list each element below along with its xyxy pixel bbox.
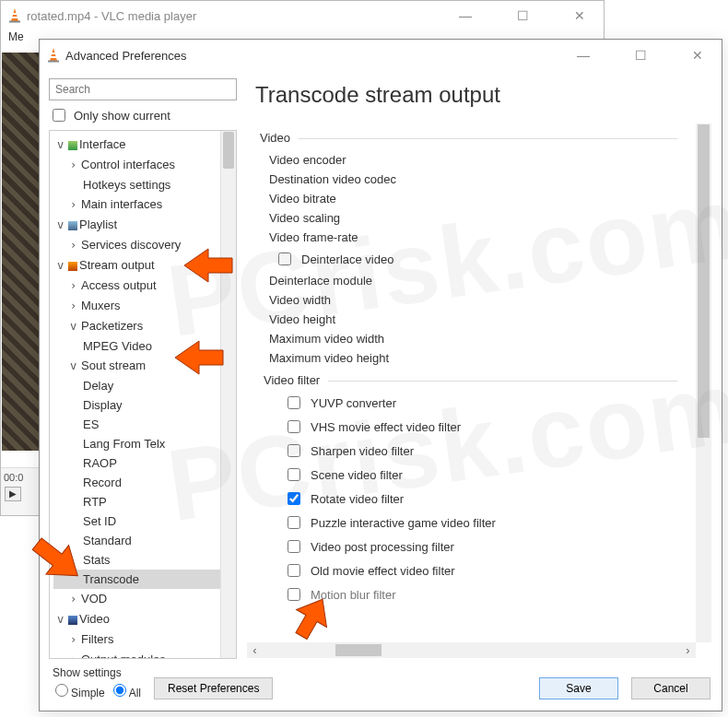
tree-item-delay[interactable]: Delay	[53, 376, 236, 395]
radio-all[interactable]: All	[109, 681, 141, 699]
tree-item-playlist[interactable]: vPlaylist	[53, 215, 236, 235]
filter-sharpen-checkbox[interactable]	[288, 444, 300, 457]
radio-simple[interactable]: Simple	[51, 681, 105, 699]
field-video-height: Video height	[260, 310, 677, 329]
tree-item-record[interactable]: Record	[53, 473, 236, 492]
tree-item-rtp[interactable]: RTP	[53, 492, 236, 511]
tree-item-output-modules[interactable]: ›Output modules	[53, 650, 236, 658]
tree-item-interface[interactable]: vInterface	[53, 135, 236, 155]
filter-rotate[interactable]: Rotate video filter	[260, 487, 677, 511]
filter-puzzle-checkbox[interactable]	[288, 516, 300, 529]
svg-rect-3	[9, 21, 20, 23]
filter-postproc-checkbox[interactable]	[288, 540, 300, 553]
radio-simple-input[interactable]	[55, 684, 68, 697]
filter-motionblur[interactable]: Motion blur filter	[260, 582, 677, 606]
prefs-maximize-button[interactable]: ☐	[624, 48, 657, 63]
tree-item-video[interactable]: vVideo	[53, 609, 236, 629]
prefs-left-panel: Only show current vInterface ›Control in…	[49, 78, 237, 659]
svg-rect-5	[51, 53, 56, 54]
right-vscrollbar[interactable]	[696, 123, 711, 642]
only-show-current-label: Only show current	[74, 109, 170, 123]
filter-rotate-checkbox[interactable]	[288, 492, 300, 505]
play-button[interactable]: ▶	[5, 487, 21, 501]
main-close-button[interactable]: ✕	[563, 8, 596, 23]
field-video-encoder: Video encoder	[260, 150, 677, 170]
main-titlebar: rotated.mp4 - VLC media player — ☐ ✕	[1, 1, 604, 30]
tree-item-lang-from-telx[interactable]: Lang From Telx	[53, 434, 236, 453]
vlc-cone-icon	[8, 8, 21, 23]
filter-vhs-checkbox[interactable]	[288, 420, 300, 433]
prefs-footer: Show settings Simple All Reset Preferenc…	[40, 659, 722, 711]
search-input[interactable]	[50, 79, 236, 100]
prefs-title: Advanced Preferences	[65, 49, 567, 63]
field-video-scaling: Video scaling	[260, 208, 677, 228]
tree-item-transcode[interactable]: Transcode	[53, 570, 236, 589]
tree-item-sout-stream[interactable]: vSout stream	[53, 356, 236, 376]
only-show-current-checkbox[interactable]	[53, 109, 65, 122]
page-title: Transcode stream output	[255, 82, 712, 108]
save-button[interactable]: Save	[539, 677, 618, 699]
svg-rect-1	[12, 13, 18, 15]
field-video-framerate: Video frame-rate	[260, 228, 677, 247]
main-maximize-button[interactable]: ☐	[506, 8, 539, 23]
tree-scrollbar[interactable]	[220, 131, 236, 658]
filter-sharpen[interactable]: Sharpen video filter	[260, 439, 677, 463]
prefs-close-button[interactable]: ✕	[681, 48, 714, 63]
search-box[interactable]	[49, 78, 237, 100]
vlc-cone-icon	[47, 48, 60, 63]
tree-item-control-interfaces[interactable]: ›Control interfaces	[53, 155, 236, 175]
tree-item-hotkeys[interactable]: Hotkeys settings	[53, 175, 236, 194]
field-max-height: Maximum video height	[260, 348, 677, 368]
tree-item-main-interfaces[interactable]: ›Main interfaces	[53, 194, 236, 215]
tree-item-set-id[interactable]: Set ID	[53, 511, 236, 531]
filter-puzzle[interactable]: Puzzle interactive game video filter	[260, 511, 677, 535]
tree-item-services-discovery[interactable]: ›Services discovery	[53, 235, 236, 255]
tree-item-access-output[interactable]: ›Access output	[53, 276, 236, 296]
filter-motionblur-checkbox[interactable]	[288, 588, 300, 601]
tree-item-display[interactable]: Display	[53, 395, 236, 415]
filter-yuvp[interactable]: YUVP converter	[260, 391, 677, 415]
svg-rect-2	[11, 17, 18, 18]
field-video-bitrate: Video bitrate	[260, 189, 677, 208]
only-show-current[interactable]: Only show current	[49, 106, 237, 124]
prefs-minimize-button[interactable]: —	[567, 48, 600, 63]
filter-oldmovie[interactable]: Old movie effect video filter	[260, 558, 677, 582]
main-window-title: rotated.mp4 - VLC media player	[27, 9, 449, 23]
deinterlace-checkbox[interactable]	[278, 253, 291, 265]
tree-item-stats[interactable]: Stats	[53, 550, 236, 570]
show-settings: Show settings Simple All	[51, 666, 141, 699]
prefs-tree[interactable]: vInterface ›Control interfaces Hotkeys s…	[49, 130, 237, 659]
field-max-width: Maximum video width	[260, 329, 677, 348]
radio-all-input[interactable]	[113, 684, 126, 697]
svg-rect-7	[48, 61, 59, 63]
right-hscrollbar[interactable]: ‹›	[247, 642, 696, 658]
filter-oldmovie-checkbox[interactable]	[288, 564, 300, 577]
field-deinterlace[interactable]: Deinterlace video	[260, 247, 677, 271]
tree-item-filters[interactable]: ›Filters	[53, 629, 236, 650]
filter-postproc[interactable]: Video post processing filter	[260, 535, 677, 558]
field-deinterlace-module: Deinterlace module	[260, 271, 677, 290]
filter-scene[interactable]: Scene video filter	[260, 463, 677, 487]
tree-item-standard[interactable]: Standard	[53, 531, 236, 550]
tree-item-packetizers[interactable]: vPacketizers	[53, 316, 236, 336]
advanced-preferences-dialog: Advanced Preferences — ☐ ✕ Only show cur…	[39, 39, 722, 711]
field-dest-codec: Destination video codec	[260, 170, 677, 189]
filter-yuvp-checkbox[interactable]	[288, 396, 300, 409]
tree-item-raop[interactable]: RAOP	[53, 453, 236, 473]
tree-item-muxers[interactable]: ›Muxers	[53, 296, 236, 316]
tree-item-stream-output[interactable]: vStream output	[53, 255, 236, 276]
cancel-button[interactable]: Cancel	[631, 677, 710, 699]
prefs-right-panel: Transcode stream output ‹› Video Video e…	[246, 78, 712, 659]
tree-item-vod[interactable]: ›VOD	[53, 589, 236, 609]
filter-vhs[interactable]: VHS movie effect video filter	[260, 415, 677, 439]
field-video-width: Video width	[260, 290, 677, 310]
tree-item-mpeg-video[interactable]: MPEG Video	[53, 336, 236, 356]
filter-scene-checkbox[interactable]	[288, 468, 300, 481]
group-video-filter: Video filter	[264, 373, 677, 387]
group-video: Video	[260, 131, 677, 145]
main-minimize-button[interactable]: —	[449, 8, 482, 23]
tree-item-es[interactable]: ES	[53, 415, 236, 434]
show-settings-label: Show settings	[51, 666, 141, 679]
reset-preferences-button[interactable]: Reset Preferences	[154, 677, 273, 699]
svg-rect-6	[50, 56, 56, 58]
